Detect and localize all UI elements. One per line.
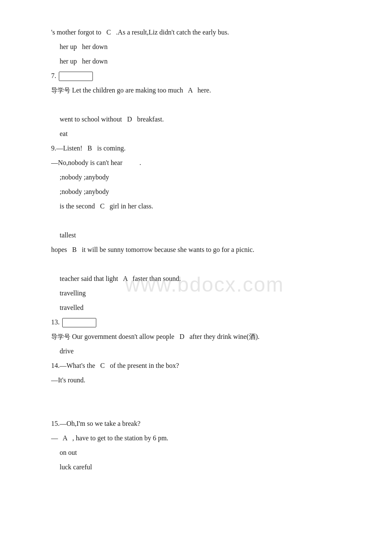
section-main: 's mother forgot to C .As a result,Liz d…: [51, 26, 358, 474]
text-luck-careful: luck careful: [60, 463, 92, 471]
text-line12: ;nobody ;anybody: [60, 188, 109, 195]
num-7: 7.: [51, 72, 56, 79]
text-line9: 9.—Listen! B is coming.: [51, 145, 126, 152]
line-21: 13.: [51, 315, 358, 329]
line-22: 导学号 Our government doesn't allow people …: [51, 330, 358, 344]
line-29: — A , have to get to the station by 6 pm…: [51, 431, 358, 445]
text-travelling: travelling: [60, 289, 86, 297]
line-5: 导学号 Let the children go are making too m…: [51, 84, 358, 97]
text-line18: teacher said that light A faster than so…: [60, 275, 181, 282]
line-28: 15.—Oh,I'm so we take a break?: [51, 417, 358, 431]
text-line5: 导学号 Let the children go are making too m…: [51, 87, 211, 94]
line-blank-26: [51, 388, 358, 402]
text-line7: went to school without D breakfast.: [60, 116, 164, 123]
num-13: 13.: [51, 318, 60, 326]
line-24: 14.—What's the C of the present in the b…: [51, 359, 358, 373]
text-line2: her up her down: [60, 43, 107, 50]
text-line10: —No,nobody is can't hear .: [51, 159, 141, 166]
line-blank-17: [51, 257, 358, 271]
text-line1: 's mother forgot to C .As a result,Liz d…: [51, 29, 229, 36]
line-blank-27: [51, 402, 358, 416]
text-line16: hopes B it will be sunny tomorrow becaus…: [51, 246, 254, 253]
text-drive: drive: [60, 347, 74, 355]
line-16: hopes B it will be sunny tomorrow becaus…: [51, 243, 358, 257]
line-12: ;nobody ;anybody: [51, 185, 358, 199]
line-4: 7.: [51, 69, 358, 83]
line-3: her up her down: [51, 55, 358, 68]
text-line25: —It's round.: [51, 376, 85, 384]
text-line3: her up her down: [60, 58, 107, 65]
line-9: 9.—Listen! B is coming.: [51, 142, 358, 155]
line-20: travelled: [51, 301, 358, 315]
text-travelled: travelled: [60, 304, 84, 311]
line-19: travelling: [51, 286, 358, 300]
line-7: went to school without D breakfast.: [51, 113, 358, 126]
line-1: 's mother forgot to C .As a result,Liz d…: [51, 26, 358, 39]
line-2: her up her down: [51, 40, 358, 54]
line-30: on out: [51, 446, 358, 460]
line-8: eat: [51, 127, 358, 141]
text-line24: 14.—What's the C of the present in the b…: [51, 362, 179, 369]
text-tallest: tallest: [60, 231, 76, 239]
line-6-blank: [51, 98, 358, 112]
line-23: drive: [51, 344, 358, 358]
line-blank-14: [51, 214, 358, 228]
text-on-out: on out: [60, 449, 77, 456]
line-25: —It's round.: [51, 373, 358, 387]
text-line13: is the second C girl in her class.: [60, 202, 153, 210]
answer-box-7[interactable]: [59, 72, 93, 81]
line-15: tallest: [51, 228, 358, 242]
text-line28: 15.—Oh,I'm so we take a break?: [51, 420, 140, 427]
text-line29: — A , have to get to the station by 6 pm…: [51, 434, 168, 442]
text-line8: eat: [60, 130, 68, 137]
text-line11: ;nobody ;anybody: [60, 173, 109, 181]
answer-box-13[interactable]: [62, 318, 96, 327]
line-10: —No,nobody is can't hear .: [51, 156, 358, 170]
line-31: luck careful: [51, 460, 358, 474]
text-line22: 导学号 Our government doesn't allow people …: [51, 333, 259, 340]
line-13: is the second C girl in her class.: [51, 199, 358, 213]
line-18: teacher said that light A faster than so…: [51, 272, 358, 286]
line-11: ;nobody ;anybody: [51, 171, 358, 184]
